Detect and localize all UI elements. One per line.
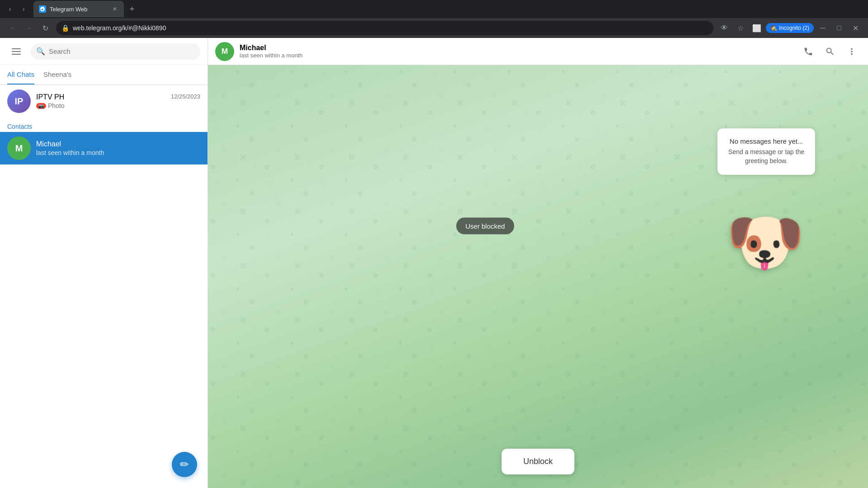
- search-chat-button[interactable]: [821, 42, 839, 61]
- chat-name-michael: Michael: [36, 140, 200, 148]
- search-input[interactable]: [49, 47, 195, 55]
- more-options-button[interactable]: [843, 42, 861, 61]
- chat-header-avatar: M: [215, 42, 234, 61]
- sidebar: 🔍 All Chats Sheena's IP IPTV PH 12/25/20…: [0, 38, 208, 488]
- no-messages-bubble: No messages here yet... Send a message o…: [717, 128, 815, 174]
- chat-info-michael: Michael last seen within a month: [36, 140, 200, 156]
- unblock-button[interactable]: Unblock: [501, 449, 574, 474]
- no-messages-title: No messages here yet...: [728, 137, 804, 145]
- photo-badge: 📷: [36, 103, 46, 109]
- lock-icon: 🔒: [61, 24, 69, 32]
- chat-header-info: Michael last seen within a month: [240, 44, 794, 59]
- chat-messages: ♡ ✦ ❋ ◎ ⌘ ✿ ♡: [208, 65, 868, 488]
- new-tab-button[interactable]: +: [126, 3, 138, 15]
- svg-rect-0: [12, 48, 21, 49]
- tab-title: Telegram Web: [50, 6, 108, 13]
- telegram-app: 🔍 All Chats Sheena's IP IPTV PH 12/25/20…: [0, 38, 868, 488]
- tab-nav-left[interactable]: ‹: [4, 3, 16, 15]
- chat-item-iptv[interactable]: IP IPTV PH 12/25/2023 📷 Photo: [0, 85, 208, 117]
- tab-bar: ‹ › Telegram Web ✕ +: [0, 0, 868, 18]
- no-messages-subtitle: Send a message or tap thegreeting below.: [728, 148, 804, 165]
- tab-favicon: [39, 5, 46, 13]
- chat-header-status: last seen within a month: [240, 52, 794, 59]
- chat-header-actions: [799, 42, 861, 61]
- chat-tabs: All Chats Sheena's: [0, 65, 208, 85]
- toolbar-right: 👁 ☆ ⬜ 🕵 Incognito (2) ─ □ ✕: [717, 21, 863, 35]
- search-icon: 🔍: [36, 47, 45, 56]
- chat-item-michael[interactable]: M Michael last seen within a month: [0, 132, 208, 164]
- eye-slash-icon[interactable]: 👁: [717, 21, 731, 35]
- chat-info-iptv: IPTV PH 12/25/2023 📷 Photo: [36, 93, 200, 109]
- avatar-iptv: IP: [7, 89, 31, 113]
- incognito-label: Incognito (2): [779, 25, 809, 31]
- tab-sheenas[interactable]: Sheena's: [43, 65, 71, 84]
- back-button[interactable]: ←: [5, 21, 20, 35]
- chat-area: M Michael last seen within a month: [208, 38, 868, 488]
- call-button[interactable]: [799, 42, 817, 61]
- hamburger-button[interactable]: [7, 42, 25, 61]
- close-button[interactable]: ✕: [848, 21, 863, 35]
- avatar-michael: M: [7, 136, 31, 160]
- reload-button[interactable]: ↻: [38, 21, 52, 35]
- address-bar[interactable]: 🔒 web.telegram.org/k/#@Nikki0890: [56, 21, 713, 35]
- chat-preview-iptv: 📷 Photo: [36, 102, 200, 109]
- user-blocked-bubble: User blocked: [456, 217, 514, 234]
- minimize-button[interactable]: ─: [816, 21, 830, 35]
- incognito-icon: 🕵: [770, 25, 777, 31]
- tab-close-btn[interactable]: ✕: [111, 5, 118, 13]
- chat-list: IP IPTV PH 12/25/2023 📷 Photo Contacts: [0, 85, 208, 488]
- url-text: web.telegram.org/k/#@Nikki0890: [73, 24, 708, 32]
- star-icon[interactable]: ☆: [733, 21, 748, 35]
- svg-rect-1: [12, 51, 21, 52]
- chat-date-iptv: 12/25/2023: [171, 93, 200, 101]
- search-box[interactable]: 🔍: [31, 43, 200, 60]
- active-tab[interactable]: Telegram Web ✕: [33, 1, 124, 17]
- window-icon[interactable]: ⬜: [750, 21, 764, 35]
- incognito-badge[interactable]: 🕵 Incognito (2): [766, 23, 814, 33]
- chat-status-michael: last seen within a month: [36, 149, 200, 156]
- toolbar-nav: ← → ↻: [5, 21, 52, 35]
- compose-icon: ✏: [180, 458, 189, 471]
- sidebar-header: 🔍: [0, 38, 208, 65]
- chat-header-name: Michael: [240, 44, 794, 52]
- toolbar: ← → ↻ 🔒 web.telegram.org/k/#@Nikki0890 👁…: [0, 18, 868, 38]
- tab-back-forward: ‹ ›: [4, 3, 30, 15]
- forward-button[interactable]: →: [22, 21, 36, 35]
- tab-all-chats[interactable]: All Chats: [7, 65, 34, 84]
- maximize-button[interactable]: □: [832, 21, 846, 35]
- tab-nav-right[interactable]: ›: [17, 3, 30, 15]
- contacts-label: Contacts: [0, 117, 208, 132]
- pug-mascot: 🐶: [716, 183, 815, 301]
- chat-header: M Michael last seen within a month: [208, 38, 868, 65]
- compose-button[interactable]: ✏: [172, 452, 197, 477]
- browser-chrome: ‹ › Telegram Web ✕ + ← → ↻ 🔒 web.telegra…: [0, 0, 868, 38]
- svg-rect-2: [12, 54, 21, 55]
- chat-name-iptv: IPTV PH 12/25/2023: [36, 93, 200, 101]
